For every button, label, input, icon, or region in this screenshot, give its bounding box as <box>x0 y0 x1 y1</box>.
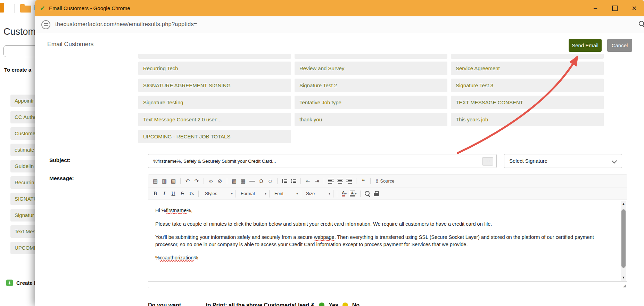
smiley-icon[interactable]: ☺ <box>266 177 274 185</box>
no-radio-icon[interactable] <box>342 303 348 306</box>
template-button[interactable]: UPCOMING - RECENT JOB TOTALS <box>138 130 291 143</box>
subject-input[interactable] <box>148 154 497 168</box>
template-button[interactable]: Signature Testing <box>138 96 291 109</box>
divider <box>15 4 15 13</box>
styles-dropdown[interactable]: Styles ▾ <box>202 190 236 198</box>
decrease-indent-icon[interactable]: ⇤ <box>304 177 312 185</box>
undo-icon[interactable]: ↶ <box>183 177 192 185</box>
maximize-button[interactable] <box>605 0 625 16</box>
close-button[interactable]: ✕ <box>625 0 644 16</box>
remove-format-icon[interactable]: Tx <box>187 190 196 198</box>
chevron-down-icon: ▾ <box>329 192 330 195</box>
special-character-icon[interactable]: Ω <box>257 177 265 185</box>
signature-select[interactable]: Select Signature <box>504 154 622 168</box>
text-color-button[interactable]: A ▾ <box>340 190 348 198</box>
template-button-partial <box>138 54 291 59</box>
footer-question: Do you want _______ to Print: all the ab… <box>148 302 315 306</box>
address-bar[interactable]: thecustomerfactor.com/new/emailresults.p… <box>35 16 644 33</box>
toolbar-separator <box>300 178 301 184</box>
strikethrough-icon[interactable]: S <box>178 190 187 198</box>
italic-icon[interactable]: I <box>160 190 168 198</box>
template-button[interactable]: Signature Test 2 <box>295 79 447 92</box>
editor-paragraph: Hi %firstname%, <box>155 207 606 214</box>
editor-toolbar-row1: ▤ ▥ ▧ ↶ ↷ ∞ ⊘ ▨ ▦ Ω ☺ <box>148 175 627 187</box>
chevron-down-icon: ▾ <box>355 192 357 195</box>
insert-image-icon[interactable]: ▨ <box>230 177 238 185</box>
print-icon[interactable] <box>372 190 381 198</box>
align-center-icon[interactable] <box>336 177 344 185</box>
toolbar-separator <box>324 178 324 184</box>
format-dropdown[interactable]: Format ▾ <box>238 190 270 198</box>
chevron-down-icon <box>612 158 617 164</box>
editor-content[interactable]: Hi %firstname%, Please take a couple of … <box>148 200 627 261</box>
editor-scrollbar[interactable]: ▲ ▼ <box>621 201 626 281</box>
subject-more-button[interactable]: ⋯ <box>482 157 493 166</box>
editor-paragraph: %ccauthorization% <box>155 254 606 261</box>
cancel-button[interactable]: Cancel <box>607 39 632 52</box>
bulleted-list-icon[interactable] <box>289 177 298 185</box>
editor-text: % <box>155 255 160 260</box>
spellcheck-word: firstname <box>166 208 187 213</box>
unlink-icon[interactable]: ⊘ <box>216 177 224 185</box>
editor-body: Hi %firstname%, Please take a couple of … <box>148 200 627 281</box>
link-icon[interactable]: ∞ <box>207 177 215 185</box>
toolbar-separator <box>198 191 199 197</box>
underline-icon[interactable]: U <box>169 190 177 198</box>
create-new-button[interactable]: + Create N <box>6 280 38 286</box>
chrome-window: ✓ Email Customers - Google Chrome – ✕ th… <box>35 0 644 306</box>
resize-handle-icon[interactable]: ◢ <box>623 284 626 288</box>
redo-icon[interactable]: ↷ <box>192 177 201 185</box>
minimize-button[interactable]: – <box>586 0 605 16</box>
editor-text: %, <box>187 208 192 213</box>
align-right-icon[interactable] <box>345 177 353 185</box>
template-button[interactable]: Signature Test 3 <box>451 79 604 92</box>
format-dropdown-label: Format <box>241 191 255 196</box>
background-color-button[interactable]: A ▾ <box>349 190 357 198</box>
window-titlebar[interactable]: ✓ Email Customers - Google Chrome – ✕ <box>35 0 644 16</box>
url-text[interactable]: thecustomerfactor.com/new/emailresults.p… <box>55 21 197 27</box>
chevron-down-icon: ▾ <box>296 192 298 195</box>
zoom-icon[interactable] <box>639 21 644 29</box>
rich-text-editor: ▤ ▥ ▧ ↶ ↷ ∞ ⊘ ▨ ▦ Ω ☺ <box>148 175 627 288</box>
bold-icon[interactable]: B <box>151 190 159 198</box>
template-button[interactable]: Tentative Job type <box>295 96 447 109</box>
template-button[interactable]: Recurring Tech <box>138 62 291 75</box>
subject-label: Subject: <box>49 157 71 163</box>
paste-icon[interactable]: ▤ <box>151 177 159 185</box>
yes-radio-icon[interactable] <box>319 303 324 306</box>
align-left-icon[interactable] <box>327 177 335 185</box>
dialog-title: Email Customers <box>47 41 93 48</box>
folder-icon[interactable] <box>20 6 31 13</box>
template-button[interactable]: thank you <box>295 113 447 126</box>
scroll-up-arrow-icon[interactable]: ▲ <box>621 201 626 207</box>
preview-icon[interactable] <box>363 190 372 198</box>
font-dropdown[interactable]: Font ▾ <box>272 190 301 198</box>
editor-paragraph: Please take a couple of minutes to click… <box>155 220 606 228</box>
scroll-down-arrow-icon[interactable]: ▼ <box>621 274 626 281</box>
paste-plain-text-icon[interactable]: ▥ <box>160 177 168 185</box>
toolbar-separator <box>227 178 227 184</box>
send-email-button[interactable]: Send Email <box>569 39 602 52</box>
template-button[interactable]: SIGNATURE AGREEMENT SIGNING <box>138 79 291 92</box>
maximize-icon <box>612 6 618 11</box>
blockquote-icon[interactable]: ❝ <box>359 177 368 185</box>
numbered-list-icon[interactable] <box>280 177 289 185</box>
plus-icon: + <box>6 280 13 286</box>
source-button[interactable]: ⟨⟩ Source <box>373 178 397 184</box>
template-button[interactable]: Service Agreement <box>451 62 604 75</box>
editor-toolbar-row2: B I U S Tx Styles ▾ Format ▾ Font <box>148 187 627 200</box>
scrollbar-thumb[interactable] <box>621 209 626 268</box>
toolbar-separator <box>180 178 181 184</box>
horizontal-rule-icon[interactable] <box>248 177 256 185</box>
site-settings-icon[interactable] <box>41 20 50 29</box>
paste-from-word-icon[interactable]: ▧ <box>169 177 177 185</box>
window-title: Email Customers - Google Chrome <box>49 5 130 11</box>
insert-table-icon[interactable]: ▦ <box>239 177 247 185</box>
template-button[interactable]: Text Message Consent 2.0 user'... <box>138 113 291 126</box>
template-button[interactable]: TEXT MESSAGE CONSENT <box>451 96 604 109</box>
template-button[interactable]: This years job <box>451 113 604 126</box>
template-button[interactable]: Review and Survey <box>295 62 447 75</box>
create-new-label: Create N <box>16 280 38 286</box>
size-dropdown[interactable]: Size ▾ <box>303 190 333 198</box>
increase-indent-icon[interactable]: ⇥ <box>313 177 321 185</box>
